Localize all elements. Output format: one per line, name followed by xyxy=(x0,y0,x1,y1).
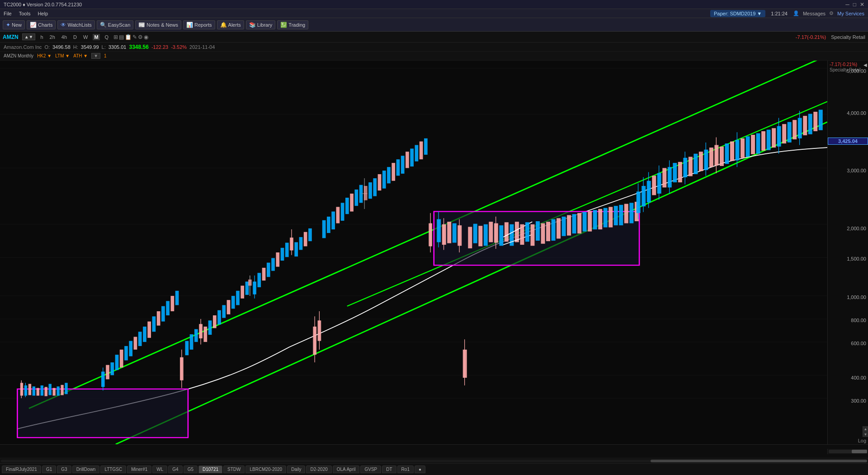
tf-q[interactable]: Q xyxy=(104,34,110,40)
easyscan-button[interactable]: 🔍 EasyScan xyxy=(97,20,134,29)
menu-tools[interactable]: Tools xyxy=(19,11,31,16)
symbol-arrows[interactable]: ▲▼ xyxy=(22,33,36,40)
tab-ro1[interactable]: Ro1 xyxy=(397,466,414,473)
tf-2h[interactable]: 2h xyxy=(48,34,57,40)
tab-stdw[interactable]: STDW xyxy=(223,466,245,473)
indicator-name[interactable]: AMZN Monthly xyxy=(4,53,33,58)
h-scrollbar-thumb[interactable] xyxy=(852,450,867,453)
trading-button[interactable]: 💹 Trading xyxy=(277,20,308,29)
svg-rect-148 xyxy=(689,157,693,176)
menu-file[interactable]: File xyxy=(4,11,12,16)
tool-icon-4[interactable]: ✎ xyxy=(132,34,137,40)
price-800: 800.00 xyxy=(851,318,866,323)
tab-g1[interactable]: G1 xyxy=(42,466,56,473)
new-icon: ✦ xyxy=(6,22,10,28)
tab-ola-april[interactable]: OLA April xyxy=(333,466,360,473)
tf-w[interactable]: W xyxy=(82,34,89,40)
settings-icon[interactable]: ⚙ xyxy=(829,10,834,16)
tab-g3[interactable]: G3 xyxy=(57,466,71,473)
tab-drilldown[interactable]: DrillDown xyxy=(72,466,100,473)
svg-rect-202 xyxy=(420,142,423,160)
tf-h[interactable]: h xyxy=(39,34,44,40)
tab-d10721[interactable]: D10721 xyxy=(198,466,222,473)
tab-wl[interactable]: WL xyxy=(152,466,167,473)
tool-icon-1[interactable]: ⊞ xyxy=(113,34,118,40)
library-icon: 📚 xyxy=(249,22,256,28)
svg-rect-58 xyxy=(217,310,221,325)
svg-rect-80 xyxy=(304,232,307,247)
tab-gvsp[interactable]: GVSP xyxy=(360,466,381,473)
indicator-hk2[interactable]: HK2 ▼ xyxy=(37,53,52,58)
scroll-up-btn[interactable]: ▲ xyxy=(863,426,868,432)
svg-rect-118 xyxy=(567,215,571,235)
close-btn[interactable]: ✕ xyxy=(860,1,864,8)
tab-g5[interactable]: G5 xyxy=(184,466,198,473)
tab-daily[interactable]: Daily xyxy=(287,466,305,473)
svg-rect-186 xyxy=(354,190,358,206)
chart-row: ◀ -7.17(-0.21%) Specialty Retail 5,000.0… xyxy=(0,61,868,444)
h-scroll-area[interactable] xyxy=(827,449,868,454)
indicator-num: 1 xyxy=(104,53,107,58)
svg-rect-62 xyxy=(236,291,240,305)
svg-rect-116 xyxy=(557,218,561,238)
svg-rect-36 xyxy=(124,346,128,361)
window-controls: ─ □ ✕ xyxy=(845,1,864,8)
svg-rect-144 xyxy=(673,163,677,182)
symbol-bar: AMZN ▲▼ h 2h 4h D W M Q ⊞ ▤ 📋 ✎ ⚙ ◉ -7.1… xyxy=(0,32,868,43)
tab-lbrcm20-2020[interactable]: LBRCM20-2020 xyxy=(245,466,286,473)
menu-help[interactable]: Help xyxy=(38,11,48,16)
svg-rect-74 xyxy=(281,248,284,261)
reports-button[interactable]: 📊 Reports xyxy=(183,20,215,29)
tab-miner1[interactable]: Miner#1 xyxy=(127,466,151,473)
my-services-btn[interactable]: My Services xyxy=(837,11,864,16)
scroll-down-btn[interactable]: ▼ xyxy=(863,432,868,437)
messages-btn[interactable]: Messages xyxy=(803,11,826,16)
h-scroll-thumb[interactable] xyxy=(651,460,867,462)
minimize-btn[interactable]: ─ xyxy=(845,1,849,8)
tf-d[interactable]: D xyxy=(72,34,78,40)
tool-icon-5[interactable]: ⚙ xyxy=(138,34,143,40)
tab-lttgsc[interactable]: LTTGSC xyxy=(100,466,126,473)
alerts-button[interactable]: 🔔 Alerts xyxy=(217,20,244,29)
tf-m[interactable]: M xyxy=(93,34,99,40)
tab-finalrjuly2021[interactable]: FinalRJuly2021 xyxy=(2,466,41,473)
new-button[interactable]: ✦ New xyxy=(3,20,25,29)
paper-mode-label[interactable]: Paper: SDMD2019 ▼ xyxy=(710,10,765,17)
indicator-ath[interactable]: ATH ▼ xyxy=(73,53,88,58)
h-scroll-track[interactable] xyxy=(1,460,867,462)
svg-rect-194 xyxy=(382,171,386,189)
tab-dot[interactable]: ● xyxy=(415,466,425,473)
svg-rect-175 xyxy=(803,116,807,135)
tool-icon-3[interactable]: 📋 xyxy=(125,34,132,40)
svg-rect-26 xyxy=(52,388,55,396)
charts-button[interactable]: 📈 Charts xyxy=(27,20,56,29)
chart-container[interactable] xyxy=(0,61,827,444)
price-5000: 5,000.00 xyxy=(847,68,866,74)
indicator-ltm[interactable]: LTM ▼ xyxy=(55,53,70,58)
indicator-val-btn[interactable]: ▼ xyxy=(91,53,100,59)
tool-icon-2[interactable]: ▤ xyxy=(119,34,124,40)
svg-rect-22 xyxy=(37,388,39,396)
tab-dt[interactable]: DT xyxy=(382,466,396,473)
ohlc-bar: Amazon.Com Inc O: 3496.58 H: 3549.99 L: … xyxy=(0,43,868,52)
svg-rect-113 xyxy=(541,223,545,244)
h-scrollbar-track[interactable] xyxy=(829,450,867,453)
maximize-btn[interactable]: □ xyxy=(853,1,856,8)
price-400: 400.00 xyxy=(851,375,866,380)
trading-icon: 💹 xyxy=(280,22,287,28)
symbol-ticker[interactable]: AMZN xyxy=(3,34,19,40)
tool-icon-6[interactable]: ◉ xyxy=(144,34,148,40)
notes-news-button[interactable]: 📰 Notes & News xyxy=(135,20,181,29)
log-label[interactable]: Log xyxy=(858,438,866,443)
tab-d2-2020[interactable]: D2-2020 xyxy=(306,466,331,473)
svg-rect-90 xyxy=(447,222,451,243)
library-button[interactable]: 📚 Library xyxy=(246,20,276,29)
time-display: 1:21:24 xyxy=(771,11,788,16)
tf-4h[interactable]: 4h xyxy=(60,34,68,40)
neg-change-label: -7.17(-0.21%) xyxy=(828,62,868,67)
tab-g4[interactable]: G4 xyxy=(168,466,182,473)
watchlists-button[interactable]: 👁 WatchLists xyxy=(57,20,94,29)
profile-icon[interactable]: 👤 xyxy=(793,10,799,16)
svg-rect-119 xyxy=(572,214,576,233)
svg-rect-21 xyxy=(33,386,35,395)
